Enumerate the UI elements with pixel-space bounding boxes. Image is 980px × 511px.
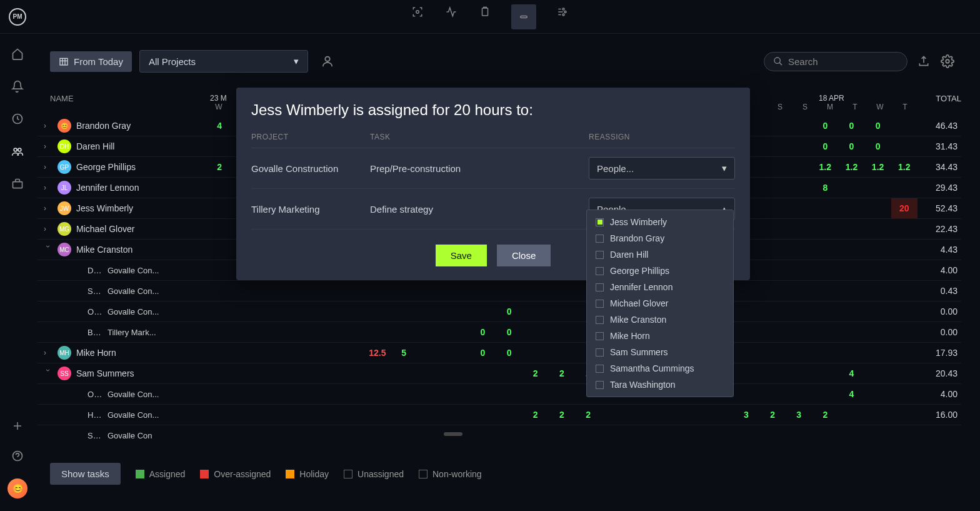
person-name[interactable]: Mike Cranston [76, 245, 132, 255]
grid-cell[interactable] [891, 322, 918, 342]
grid-cell[interactable] [496, 363, 522, 383]
grid-cell[interactable] [628, 425, 654, 442]
grid-cell[interactable] [259, 425, 285, 442]
grid-cell[interactable] [259, 384, 285, 404]
grid-cell[interactable] [707, 425, 733, 442]
grid-cell[interactable] [601, 425, 628, 442]
grid-cell[interactable] [865, 198, 891, 218]
grid-cell[interactable] [786, 136, 812, 156]
grid-cell[interactable] [786, 260, 812, 280]
grid-cell[interactable] [417, 405, 443, 425]
grid-cell[interactable]: 0 [469, 322, 496, 342]
grid-cell[interactable] [865, 343, 891, 363]
grid-cell[interactable] [443, 343, 469, 363]
subtask-project[interactable]: Govalle Con... [108, 266, 170, 275]
grid-cell[interactable] [469, 301, 496, 321]
grid-cell[interactable] [469, 425, 496, 442]
subtask-name[interactable]: Occupancy [44, 307, 102, 316]
grid-cell[interactable] [549, 343, 575, 363]
expand-chevron-icon[interactable]: › [44, 348, 52, 357]
grid-cell[interactable]: 0 [469, 343, 496, 363]
grid-cell[interactable] [312, 343, 338, 363]
grid-cell[interactable] [549, 384, 575, 404]
grid-cell[interactable] [206, 384, 232, 404]
grid-cell[interactable] [786, 240, 812, 260]
grid-cell[interactable] [838, 281, 864, 301]
grid-cell[interactable] [759, 281, 786, 301]
grid-cell[interactable] [838, 178, 864, 198]
dropdown-item[interactable]: Samantha Cummings [587, 360, 733, 377]
grid-cell[interactable]: 4 [838, 384, 864, 404]
settings-icon[interactable] [940, 54, 955, 69]
grid-cell[interactable] [469, 384, 496, 404]
grid-cell[interactable]: 1.2 [838, 157, 864, 177]
grid-cell[interactable]: 1.2 [812, 157, 838, 177]
scan-icon[interactable] [410, 4, 425, 19]
grid-cell[interactable]: 3 [786, 405, 812, 425]
grid-cell[interactable]: 2 [206, 157, 232, 177]
grid-cell[interactable] [259, 343, 285, 363]
grid-cell[interactable] [338, 281, 364, 301]
grid-cell[interactable]: 0 [838, 136, 864, 156]
dropdown-item[interactable]: Tara Washington [587, 377, 733, 393]
logo[interactable]: PM [0, 0, 35, 34]
grid-cell[interactable] [549, 281, 575, 301]
grid-cell[interactable]: 12.5 [364, 343, 391, 363]
grid-cell[interactable] [206, 301, 232, 321]
grid-cell[interactable] [364, 384, 391, 404]
grid-cell[interactable] [312, 425, 338, 442]
subtask-name[interactable]: Brainstorm I... [44, 328, 102, 337]
grid-cell[interactable] [469, 363, 496, 383]
grid-cell[interactable] [232, 322, 259, 342]
grid-cell[interactable] [285, 343, 311, 363]
grid-cell[interactable] [733, 363, 759, 383]
grid-cell[interactable] [681, 405, 707, 425]
grid-cell[interactable] [232, 343, 259, 363]
grid-cell[interactable] [838, 343, 864, 363]
checkbox[interactable] [596, 235, 604, 243]
grid-cell[interactable]: 0 [812, 116, 838, 136]
grid-cell[interactable] [759, 157, 786, 177]
grid-cell[interactable]: 0 [496, 343, 522, 363]
grid-cell[interactable] [522, 322, 549, 342]
grid-cell[interactable]: 0 [865, 136, 891, 156]
bell-icon[interactable] [10, 79, 25, 94]
subtask-name[interactable]: Order Equip... [44, 390, 102, 399]
subtask-name[interactable]: Site work [44, 431, 102, 440]
grid-cell[interactable] [232, 301, 259, 321]
grid-cell[interactable] [891, 343, 918, 363]
grid-cell[interactable] [206, 178, 232, 198]
grid-cell[interactable] [786, 384, 812, 404]
grid-cell[interactable] [786, 198, 812, 218]
link-icon[interactable] [511, 4, 536, 29]
grid-cell[interactable] [891, 260, 918, 280]
grid-cell[interactable] [206, 363, 232, 383]
from-today-button[interactable]: From Today [50, 51, 132, 72]
grid-cell[interactable]: 1.2 [891, 157, 918, 177]
grid-cell[interactable] [812, 240, 838, 260]
checkbox[interactable] [596, 316, 604, 324]
grid-cell[interactable]: 2 [549, 405, 575, 425]
grid-cell[interactable] [338, 384, 364, 404]
grid-cell[interactable] [601, 405, 628, 425]
grid-cell[interactable] [759, 322, 786, 342]
grid-cell[interactable] [891, 301, 918, 321]
grid-cell[interactable] [786, 157, 812, 177]
grid-cell[interactable] [549, 301, 575, 321]
grid-cell[interactable] [838, 198, 864, 218]
grid-cell[interactable] [206, 322, 232, 342]
grid-cell[interactable] [338, 322, 364, 342]
grid-cell[interactable] [838, 219, 864, 239]
dropdown-item[interactable]: Mike Cranston [587, 311, 733, 328]
checkbox[interactable] [596, 283, 604, 291]
grid-cell[interactable] [812, 260, 838, 280]
grid-cell[interactable] [865, 384, 891, 404]
grid-cell[interactable] [786, 281, 812, 301]
grid-cell[interactable] [812, 363, 838, 383]
grid-cell[interactable] [654, 425, 680, 442]
grid-cell[interactable] [364, 363, 391, 383]
checkbox[interactable] [596, 365, 604, 373]
person-name[interactable]: Michael Glover [76, 224, 134, 234]
expand-chevron-icon[interactable]: › [44, 121, 52, 130]
grid-cell[interactable] [443, 384, 469, 404]
